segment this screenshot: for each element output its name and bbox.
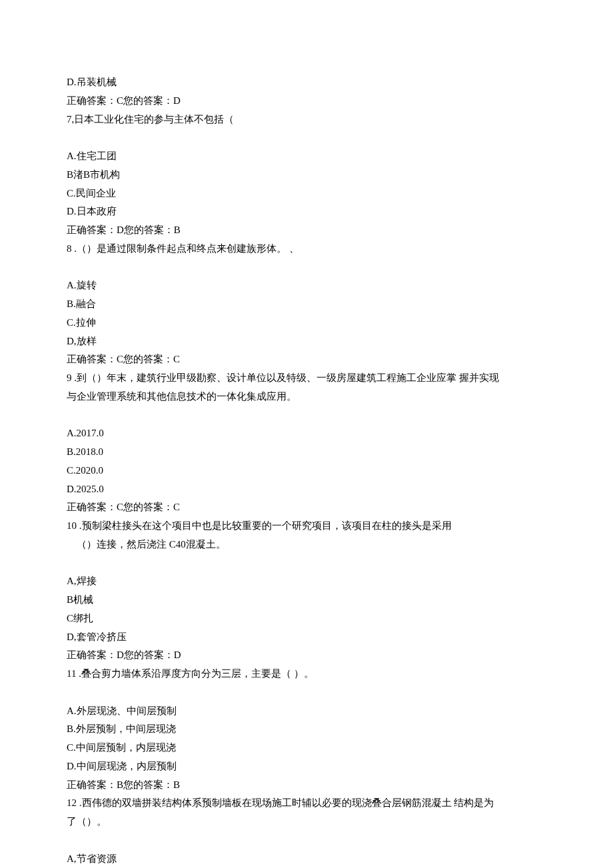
q9-answer: 正确答案：C您的答案：C	[67, 498, 546, 517]
q11-stem: 11 .叠合剪力墙体系沿厚度方向分为三层，主要是（ ）。	[67, 665, 546, 683]
q7-option-a: A.住宅工团	[67, 147, 546, 166]
q6-option-d: D.吊装机械	[67, 73, 546, 92]
q9-option-d: D.2025.0	[67, 480, 546, 499]
q11-option-d: D.中间层现浇，内层预制	[67, 757, 546, 776]
q10-answer: 正确答案：D您的答案：D	[67, 646, 546, 665]
q6-answer: 正确答案：C您的答案：D	[67, 92, 546, 111]
q8-answer: 正确答案：C您的答案：C	[67, 350, 546, 369]
blank-line	[67, 129, 546, 147]
q11-answer: 正确答案：B您的答案：B	[67, 776, 546, 795]
blank-line	[67, 554, 546, 573]
q10-option-c: C绑扎	[67, 610, 546, 628]
q8-option-b: B.融合	[67, 295, 546, 314]
q10-stem-line2: （）连接，然后浇注 C40混凝土。	[67, 536, 546, 554]
blank-line	[67, 258, 546, 277]
q11-option-c: C.中间层预制，内层现浇	[67, 739, 546, 757]
q9-option-b: B.2018.0	[67, 443, 546, 462]
q10-option-d: D,套管冷挤压	[67, 628, 546, 647]
q7-stem: 7,日本工业化住宅的参与主体不包括（	[67, 111, 546, 129]
q7-answer: 正确答案：D您的答案：B	[67, 221, 546, 240]
q9-stem-line2: 与企业管理系统和其他信息技术的一体化集成应用。	[67, 388, 546, 406]
q8-stem: 8 .（）是通过限制条件起点和终点来创建族形体。 、	[67, 240, 546, 258]
q8-option-c: C.拉伸	[67, 314, 546, 332]
blank-line	[67, 406, 546, 425]
q9-stem-line1: 9 .到（）年末，建筑行业甲级勘察、设计单位以及特级、一级房屋建筑工程施工企业应…	[67, 369, 546, 388]
q9-option-a: A.2017.0	[67, 424, 546, 443]
blank-line	[67, 831, 546, 850]
q9-option-c: C.2020.0	[67, 462, 546, 480]
q7-option-d: D.日本政府	[67, 203, 546, 221]
q10-option-a: A,焊接	[67, 572, 546, 591]
blank-line	[67, 683, 546, 702]
q10-stem-line1: 10 .预制梁柱接头在这个项目中也是比较重要的一个研究项目，该项目在柱的接头是采…	[67, 517, 546, 536]
document-page: D.吊装机械 正确答案：C您的答案：D 7,日本工业化住宅的参与主体不包括（ A…	[0, 0, 613, 868]
q12-stem-line2: 了（）。	[67, 813, 546, 831]
q8-option-d: D,放样	[67, 332, 546, 351]
q7-option-b: B渚B市机构	[67, 166, 546, 185]
q12-stem-line1: 12 .西伟德的双墙拼装结构体系预制墙板在现场施工时辅以必要的现浇叠合层钢筋混凝…	[67, 794, 546, 813]
q11-option-a: A.外层现浇、中间层预制	[67, 702, 546, 721]
q12-option-a: A,节省资源	[67, 850, 546, 869]
q11-option-b: B.外层预制，中间层现浇	[67, 720, 546, 739]
q7-option-c: C.民间企业	[67, 185, 546, 203]
q8-option-a: A.旋转	[67, 276, 546, 295]
q10-option-b: B机械	[67, 591, 546, 610]
